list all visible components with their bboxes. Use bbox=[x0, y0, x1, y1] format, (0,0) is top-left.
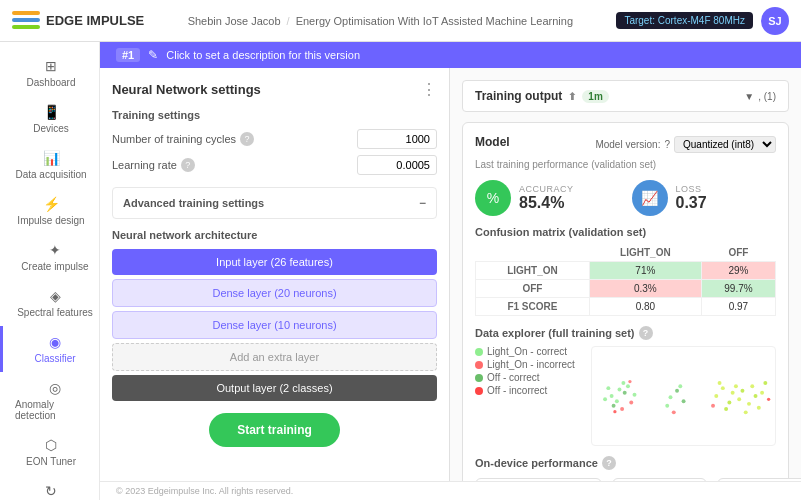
sidebar-item-spectral-features[interactable]: ◈ Spectral features bbox=[0, 280, 99, 326]
row-label-f1: F1 SCORE bbox=[476, 298, 590, 316]
scatter-plot bbox=[591, 346, 776, 446]
edit-icon: ✎ bbox=[148, 48, 158, 62]
svg-point-6 bbox=[606, 386, 610, 390]
target-badge: Target: Cortex-M4F 80MHz bbox=[616, 12, 753, 29]
svg-point-11 bbox=[632, 393, 636, 397]
legend-dot-2 bbox=[475, 361, 483, 369]
svg-point-20 bbox=[714, 394, 718, 398]
project-name: Energy Optimisation With IoT Assisted Ma… bbox=[296, 15, 573, 27]
start-training-button[interactable]: Start training bbox=[209, 413, 340, 447]
row-label-1: LIGHT_ON bbox=[476, 262, 590, 280]
sidebar-item-dashboard[interactable]: ⊞ Dashboard bbox=[0, 50, 99, 96]
sidebar-item-eon-tuner[interactable]: ⬡ EON Tuner bbox=[0, 429, 99, 475]
perf-title: On-device performance ? bbox=[475, 456, 776, 470]
svg-point-4 bbox=[626, 384, 630, 388]
accuracy-info: ACCURACY 85.4% bbox=[519, 184, 574, 212]
svg-point-19 bbox=[672, 410, 676, 414]
sidebar-item-anomaly[interactable]: ◎ Anomaly detection bbox=[0, 372, 99, 429]
sidebar-item-label: Spectral features bbox=[17, 307, 93, 318]
advanced-settings-section[interactable]: Advanced training settings − bbox=[112, 187, 437, 219]
scatter-svg bbox=[592, 347, 775, 445]
row-label-2: OFF bbox=[476, 280, 590, 298]
top-bar: EDGE IMPULSE Shebin Jose Jacob / Energy … bbox=[0, 0, 801, 42]
de-info-icon: ? bbox=[639, 326, 653, 340]
spectral-icon: ◈ bbox=[50, 288, 61, 304]
cell-1-2: 29% bbox=[701, 262, 775, 280]
logo: EDGE IMPULSE bbox=[12, 11, 144, 31]
learning-rate-info-icon: ? bbox=[181, 158, 195, 172]
sidebar-item-data-acquisition[interactable]: 📊 Data acquisition bbox=[0, 142, 99, 188]
add-layer-button[interactable]: Add an extra layer bbox=[112, 343, 437, 371]
confusion-title: Confusion matrix (validation set) bbox=[475, 226, 776, 238]
sidebar-item-create-impulse[interactable]: ✦ Create impulse bbox=[0, 234, 99, 280]
svg-point-35 bbox=[763, 381, 767, 385]
info-icon: ? bbox=[664, 139, 670, 150]
data-explorer-legend: Light_On - correct Light_On - incorrect … bbox=[475, 346, 575, 440]
cell-2-1: 0.3% bbox=[589, 280, 701, 298]
panel-title: Neural Network settings bbox=[112, 82, 261, 97]
sidebar-item-classifier[interactable]: ◉ Classifier bbox=[0, 326, 99, 372]
more-options-icon[interactable]: ⋮ bbox=[421, 80, 437, 99]
logo-stripe-2 bbox=[12, 18, 40, 22]
legend-label-4: Off - incorrect bbox=[487, 385, 547, 396]
training-settings-label: Training settings bbox=[112, 109, 437, 121]
svg-point-9 bbox=[621, 381, 625, 385]
dense-layer-1[interactable]: Dense layer (20 neurons) bbox=[112, 279, 437, 307]
footer: © 2023 Edgeimpulse Inc. All rights reser… bbox=[100, 481, 801, 500]
sort-control[interactable]: ▼ , (1) bbox=[744, 91, 776, 102]
input-layer[interactable]: Input layer (26 features) bbox=[112, 249, 437, 275]
legend-dot-4 bbox=[475, 387, 483, 395]
output-layer[interactable]: Output layer (2 classes) bbox=[112, 375, 437, 401]
sidebar-item-impulse-design[interactable]: ⚡ Impulse design bbox=[0, 188, 99, 234]
arch-title: Neural network architecture bbox=[112, 229, 437, 241]
sidebar-item-label: Impulse design bbox=[17, 215, 84, 226]
training-output-label: Training output ⬆ 1m bbox=[475, 89, 609, 103]
svg-point-23 bbox=[717, 381, 721, 385]
version-bar[interactable]: #1 ✎ Click to set a description for this… bbox=[100, 42, 801, 68]
panel-header: Neural Network settings ⋮ bbox=[112, 80, 437, 99]
data-explorer-title: Data explorer (full training set) ? bbox=[475, 326, 776, 340]
data-icon: 📊 bbox=[43, 150, 60, 166]
learning-rate-input[interactable] bbox=[357, 155, 437, 175]
sidebar-item-label: Devices bbox=[33, 123, 69, 134]
version-badge: #1 bbox=[116, 48, 140, 62]
legend-item-2: Light_On - incorrect bbox=[475, 359, 575, 370]
advanced-settings-label: Advanced training settings bbox=[123, 197, 264, 209]
logo-icon bbox=[12, 11, 40, 31]
svg-point-17 bbox=[681, 399, 685, 403]
retrain-icon: ↻ bbox=[45, 483, 57, 499]
svg-point-5 bbox=[629, 401, 633, 405]
num-cycles-input[interactable] bbox=[357, 129, 437, 149]
training-output-bar: Training output ⬆ 1m ▼ , (1) bbox=[462, 80, 789, 112]
svg-point-12 bbox=[613, 410, 616, 413]
sidebar-item-label: Create impulse bbox=[21, 261, 88, 272]
sidebar-item-devices[interactable]: 📱 Devices bbox=[0, 96, 99, 142]
accuracy-circle: % bbox=[475, 180, 511, 216]
sidebar-item-retrain[interactable]: ↻ Retrain model bbox=[0, 475, 99, 500]
user-name: Shebin Jose Jacob bbox=[188, 15, 281, 27]
svg-point-13 bbox=[628, 380, 631, 383]
content-area: #1 ✎ Click to set a description for this… bbox=[100, 42, 801, 500]
footer-text: © 2023 Edgeimpulse Inc. All rights reser… bbox=[116, 486, 293, 496]
classifier-icon: ◉ bbox=[49, 334, 61, 350]
create-impulse-icon: ✦ bbox=[49, 242, 61, 258]
avatar[interactable]: SJ bbox=[761, 7, 789, 35]
version-bar-text: Click to set a description for this vers… bbox=[166, 49, 360, 61]
legend-label-1: Light_On - correct bbox=[487, 346, 567, 357]
num-cycles-label: Number of training cycles ? bbox=[112, 132, 254, 146]
logo-stripe-3 bbox=[12, 25, 40, 29]
main-layout: ⊞ Dashboard 📱 Devices 📊 Data acquisition… bbox=[0, 42, 801, 500]
svg-point-1 bbox=[617, 387, 621, 391]
right-panel: Training output ⬆ 1m ▼ , (1) Model bbox=[450, 68, 801, 481]
architecture-section: Neural network architecture Input layer … bbox=[112, 229, 437, 401]
accuracy-label: ACCURACY bbox=[519, 184, 574, 194]
svg-point-26 bbox=[734, 384, 738, 388]
last-training-label: Last training performance (validation se… bbox=[475, 159, 776, 170]
model-version-select[interactable]: Quantized (int8) bbox=[674, 136, 776, 153]
table-row: OFF 0.3% 99.7% bbox=[476, 280, 776, 298]
performance-section: On-device performance ? ⏱ INFERENCING TI… bbox=[475, 456, 776, 481]
dense-layer-2[interactable]: Dense layer (10 neurons) bbox=[112, 311, 437, 339]
svg-point-10 bbox=[603, 397, 607, 401]
svg-point-30 bbox=[747, 402, 751, 406]
svg-point-14 bbox=[668, 395, 672, 399]
